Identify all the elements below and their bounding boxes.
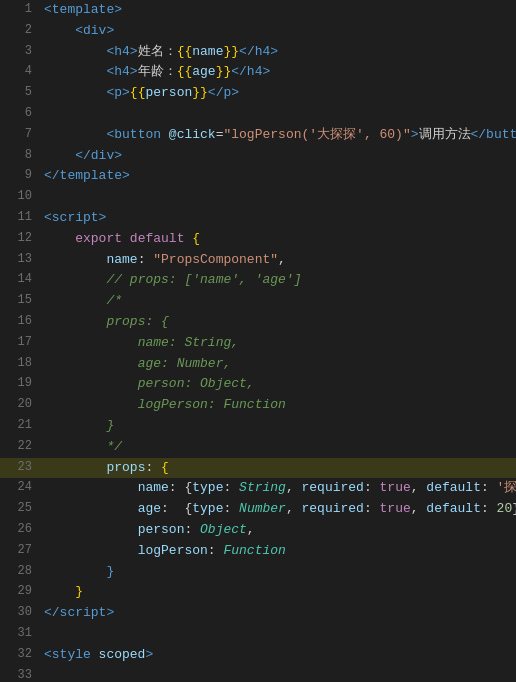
line-33: 33 xyxy=(0,666,516,683)
line-8: 8 </div> xyxy=(0,146,516,167)
line-5: 5 <p>{{person}}</p> xyxy=(0,83,516,104)
code-editor: 1 <template> 2 <div> 3 <h4>姓名：{{name}}</… xyxy=(0,0,516,682)
line-12: 12 export default { xyxy=(0,229,516,250)
line-21: 21 } xyxy=(0,416,516,437)
line-10: 10 xyxy=(0,187,516,208)
line-24: 24 name: {type: String, required: true, … xyxy=(0,478,516,499)
line-26: 26 person: Object, xyxy=(0,520,516,541)
line-9: 9 </template> xyxy=(0,166,516,187)
line-19: 19 person: Object, xyxy=(0,374,516,395)
line-4: 4 <h4>年龄：{{age}}</h4> xyxy=(0,62,516,83)
line-27: 27 logPerson: Function xyxy=(0,541,516,562)
line-13: 13 name: "PropsComponent", xyxy=(0,250,516,271)
line-23: 23 props: { xyxy=(0,458,516,479)
line-11: 11 <script> xyxy=(0,208,516,229)
line-2: 2 <div> xyxy=(0,21,516,42)
line-15: 15 /* xyxy=(0,291,516,312)
line-25: 25 age: {type: Number, required: true, d… xyxy=(0,499,516,520)
line-1: 1 <template> xyxy=(0,0,516,21)
line-32: 32 <style scoped> xyxy=(0,645,516,666)
code-block: 1 <template> 2 <div> 3 <h4>姓名：{{name}}</… xyxy=(0,0,516,682)
line-22: 22 */ xyxy=(0,437,516,458)
line-28: 28 } xyxy=(0,562,516,583)
line-14: 14 // props: ['name', 'age'] xyxy=(0,270,516,291)
line-20: 20 logPerson: Function xyxy=(0,395,516,416)
line-31: 31 xyxy=(0,624,516,645)
line-16: 16 props: { xyxy=(0,312,516,333)
line-18: 18 age: Number, xyxy=(0,354,516,375)
line-7: 7 <button @click="logPerson('大探探', 60)">… xyxy=(0,125,516,146)
line-29: 29 } xyxy=(0,582,516,603)
line-30: 30 </script> xyxy=(0,603,516,624)
line-17: 17 name: String, xyxy=(0,333,516,354)
line-3: 3 <h4>姓名：{{name}}</h4> xyxy=(0,42,516,63)
line-6: 6 xyxy=(0,104,516,125)
